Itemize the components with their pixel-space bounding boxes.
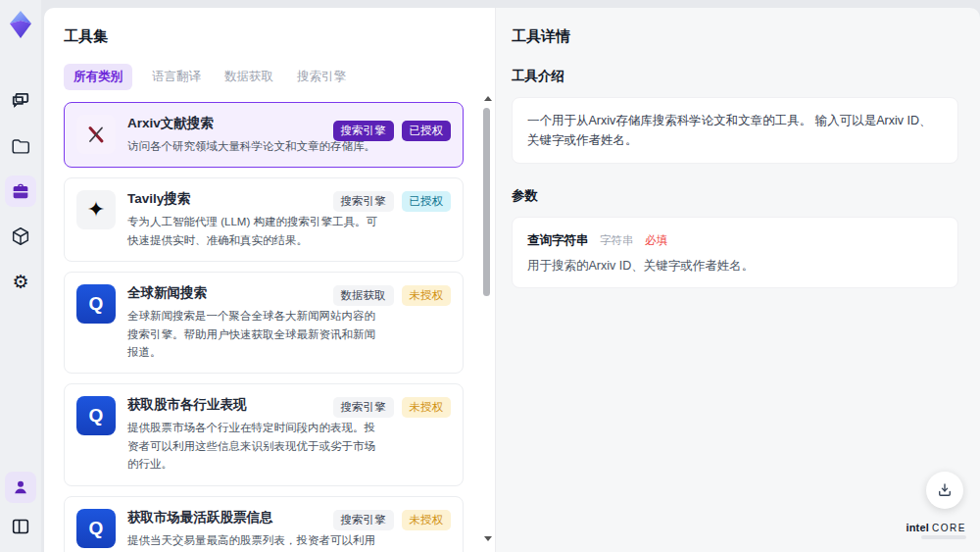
folder-icon[interactable] <box>5 130 36 162</box>
intro-text: 一个用于从Arxiv存储库搜索科学论文和文章的工具。 输入可以是Arxiv ID… <box>527 111 943 150</box>
arxiv-x-logo-icon <box>76 115 116 154</box>
param-type: 字符串 <box>600 234 634 246</box>
param-header: 查询字符串 字符串 必填 <box>527 230 943 249</box>
tab-all-categories[interactable]: 所有类别 <box>64 64 132 90</box>
page-title: 工具集 <box>64 27 475 46</box>
user-icon[interactable] <box>5 472 36 503</box>
scroll-up-icon[interactable] <box>484 96 492 101</box>
detail-title: 工具详情 <box>512 27 958 46</box>
tool-list: Arxiv文献搜索 访问各个研究领域大量科学论文和文章的存储库。 搜索引擎 已授… <box>64 102 475 552</box>
category-tabs: 所有类别 语言翻译 数据获取 搜索引擎 <box>64 64 475 90</box>
gear-icon[interactable]: ⚙ <box>5 266 36 297</box>
blue-q-logo-icon: Q <box>76 396 116 435</box>
auth-status-badge: 未授权 <box>402 397 452 418</box>
download-button[interactable] <box>926 472 963 509</box>
tool-description: 提供股票市场各个行业在特定时间段内的表现。投资者可以利用这些信息来识别表现优于或… <box>127 419 384 473</box>
auth-status-badge: 已授权 <box>402 191 452 212</box>
category-badge: 搜索引擎 <box>333 397 394 418</box>
param-name: 查询字符串 <box>527 233 589 247</box>
auth-status-badge: 未授权 <box>402 285 452 306</box>
tool-item-tavily[interactable]: ✦ Tavily搜索 专为人工智能代理 (LLM) 构建的搜索引擎工具。可快速提… <box>64 177 464 262</box>
tool-item-arxiv[interactable]: Arxiv文献搜索 访问各个研究领域大量科学论文和文章的存储库。 搜索引擎 已授… <box>64 102 464 168</box>
scrollbar-thumb[interactable] <box>483 108 490 296</box>
params-heading: 参数 <box>512 187 958 205</box>
tool-item-sector-performance[interactable]: Q 获取股市各行业表现 提供股票市场各个行业在特定时间段内的表现。投资者可以利用… <box>64 383 464 485</box>
app-rail: ⚙ <box>0 0 41 552</box>
intel-core-logo: intel CORE <box>906 522 966 539</box>
blue-q-logo-icon: Q <box>76 284 116 324</box>
category-badge: 搜索引擎 <box>333 191 394 212</box>
intro-box: 一个用于从Arxiv存储库搜索科学论文和文章的工具。 输入可以是Arxiv ID… <box>512 97 958 164</box>
tool-detail-panel: 工具详情 工具介绍 一个用于从Arxiv存储库搜索科学论文和文章的工具。 输入可… <box>495 8 980 552</box>
tool-description: 专为人工智能代理 (LLM) 构建的搜索引擎工具。可快速提供实时、准确和真实的结… <box>127 213 384 249</box>
category-badge: 搜索引擎 <box>333 121 394 141</box>
tool-description: 提供当天交易量最高的股票列表，投资者可以利用这些信息来识别流动性强的股票和潜在的… <box>127 531 384 552</box>
intro-heading: 工具介绍 <box>512 68 958 85</box>
intel-wordmark: intel <box>906 522 929 533</box>
chat-icon[interactable] <box>5 85 36 117</box>
tab-search-engine[interactable]: 搜索引擎 <box>293 64 350 90</box>
tool-item-most-active-stocks[interactable]: Q 获取市场最活跃股票信息 提供当天交易量最高的股票列表，投资者可以利用这些信息… <box>64 496 464 552</box>
category-badge: 数据获取 <box>333 285 394 306</box>
tab-data-acquisition[interactable]: 数据获取 <box>220 64 277 90</box>
auth-status-badge: 未授权 <box>402 510 452 530</box>
category-badge: 搜索引擎 <box>333 510 394 530</box>
tab-language-translation[interactable]: 语言翻译 <box>148 64 205 90</box>
param-box: 查询字符串 字符串 必填 用于搜索的Arxiv ID、关键字或作者姓名。 <box>512 217 958 288</box>
download-icon <box>936 481 954 499</box>
processor-model-strip <box>921 535 966 539</box>
scrollbar[interactable] <box>482 88 492 547</box>
app-logo-icon[interactable] <box>7 9 34 40</box>
scroll-down-icon[interactable] <box>484 536 492 541</box>
core-wordmark: CORE <box>932 523 966 533</box>
tavily-star-logo-icon: ✦ <box>76 190 116 229</box>
param-required-flag: 必填 <box>645 234 667 246</box>
panels-icon[interactable] <box>5 511 36 542</box>
tool-item-global-news[interactable]: Q 全球新闻搜索 全球新闻搜索是一个聚合全球各大新闻网站内容的搜索引擎。帮助用户… <box>64 272 464 374</box>
tool-collection-panel: 工具集 所有类别 语言翻译 数据获取 搜索引擎 Arxiv文献搜索 访问各个研究… <box>44 8 495 552</box>
tool-description: 全球新闻搜索是一个聚合全球各大新闻网站内容的搜索引擎。帮助用户快速获取全球最新资… <box>127 307 384 361</box>
blue-q-logo-icon: Q <box>76 509 116 548</box>
toolbox-icon[interactable] <box>5 176 36 207</box>
cube-icon[interactable] <box>5 221 36 252</box>
auth-status-badge: 已授权 <box>402 121 452 141</box>
param-description: 用于搜索的Arxiv ID、关键字或作者姓名。 <box>527 258 943 275</box>
